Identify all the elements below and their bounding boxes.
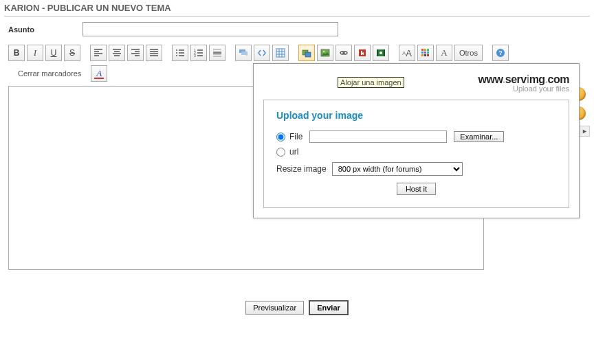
underline-button[interactable]: U xyxy=(45,45,62,61)
send-button[interactable]: Enviar xyxy=(309,300,349,315)
svg-rect-20 xyxy=(427,49,429,51)
subject-row: Asunto xyxy=(4,22,590,36)
resize-label: Resize image xyxy=(276,164,327,174)
font-family-button[interactable]: A xyxy=(436,45,452,61)
font-size-button[interactable]: AA xyxy=(399,45,415,61)
svg-rect-8 xyxy=(305,52,311,57)
svg-rect-22 xyxy=(424,52,426,54)
flash-button[interactable] xyxy=(354,45,371,61)
servimg-logo: www.servimg.com Upload your files xyxy=(263,73,569,93)
svg-rect-15 xyxy=(377,49,378,56)
url-radio[interactable] xyxy=(276,148,285,157)
align-right-button[interactable] xyxy=(127,45,144,61)
font-color-button[interactable] xyxy=(417,45,434,61)
bold-button[interactable]: B xyxy=(8,45,25,61)
host-image-tooltip: Alojar una imagen xyxy=(338,77,404,88)
strike-button[interactable]: S xyxy=(64,45,80,61)
host-image-popup: www.servimg.com Upload your files Upload… xyxy=(253,63,580,218)
svg-rect-26 xyxy=(427,54,429,56)
link-button[interactable] xyxy=(336,45,352,61)
upload-box: Upload your image File Examinar... url R… xyxy=(263,100,569,208)
svg-rect-24 xyxy=(421,54,424,56)
subject-label: Asunto xyxy=(8,25,82,34)
url-label: url xyxy=(289,147,298,157)
svg-point-12 xyxy=(343,52,347,54)
scroll-right-icon[interactable]: ► xyxy=(582,128,588,135)
image-button[interactable] xyxy=(317,45,333,61)
browse-button[interactable]: Examinar... xyxy=(454,131,504,142)
italic-button[interactable]: I xyxy=(27,45,43,61)
svg-rect-18 xyxy=(421,49,424,51)
close-markers-link[interactable]: Cerrar marcadores xyxy=(14,67,85,80)
svg-text:?: ? xyxy=(498,49,503,56)
svg-point-0 xyxy=(176,49,177,51)
align-left-button[interactable] xyxy=(90,45,107,61)
upload-title: Upload your image xyxy=(276,110,556,121)
video-button[interactable] xyxy=(373,45,389,61)
hr-button[interactable] xyxy=(209,45,226,61)
toolbar: B I U S 123 AA A Otros ? xyxy=(4,45,590,61)
preview-button[interactable]: Previsualizar xyxy=(245,301,304,315)
resize-select[interactable]: 800 px width (for forums) xyxy=(332,162,463,176)
svg-text:3: 3 xyxy=(194,54,196,58)
quote-button[interactable] xyxy=(235,45,252,61)
subject-input[interactable] xyxy=(82,22,338,36)
svg-point-10 xyxy=(323,51,324,52)
svg-rect-23 xyxy=(427,52,429,54)
file-radio[interactable] xyxy=(276,133,285,141)
host-image-button[interactable] xyxy=(298,45,315,61)
code-button[interactable] xyxy=(254,45,270,61)
help-button[interactable]: ? xyxy=(492,45,509,61)
font-style-button[interactable]: A xyxy=(91,65,107,82)
svg-point-1 xyxy=(176,52,177,54)
otros-button[interactable]: Otros xyxy=(454,45,483,61)
table-button[interactable] xyxy=(272,45,289,61)
align-center-button[interactable] xyxy=(109,45,125,61)
svg-point-17 xyxy=(380,52,382,54)
svg-rect-6 xyxy=(276,49,285,57)
file-path-input[interactable] xyxy=(309,130,447,143)
svg-rect-19 xyxy=(424,49,426,51)
submit-row: Previsualizar Enviar xyxy=(4,300,590,323)
list-unordered-button[interactable] xyxy=(172,45,188,61)
page-title: KARION - PUBLICAR UN NUEVO TEMA xyxy=(4,0,590,16)
svg-rect-21 xyxy=(421,52,424,54)
svg-rect-16 xyxy=(384,49,385,56)
host-it-button[interactable]: Host it xyxy=(397,183,436,195)
align-justify-button[interactable] xyxy=(146,45,162,61)
file-label: File xyxy=(289,132,302,141)
list-ordered-button[interactable]: 123 xyxy=(190,45,207,61)
svg-point-2 xyxy=(176,55,177,56)
svg-rect-25 xyxy=(424,54,426,56)
